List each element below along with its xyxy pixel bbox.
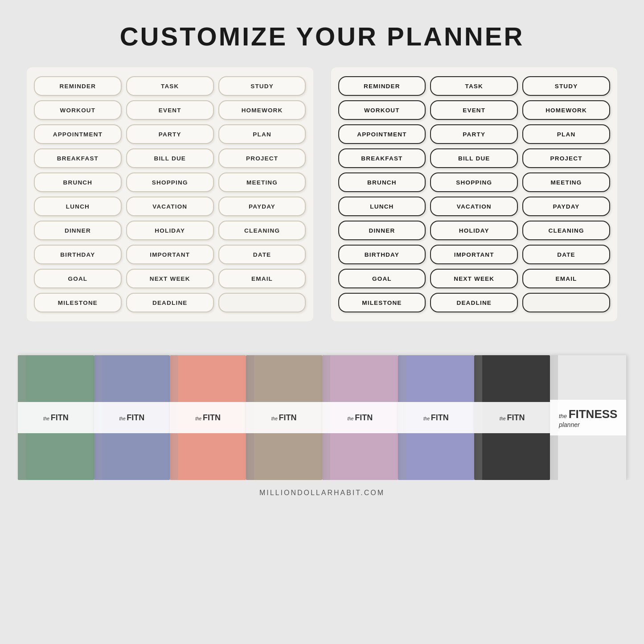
sticker-payday: PAYDAY xyxy=(522,197,610,216)
sticker-vacation: VACATION xyxy=(430,197,518,216)
sticker-holiday: HOLIDAY xyxy=(126,221,214,240)
sticker-lunch: LUNCH xyxy=(34,197,122,216)
sticker-date: DATE xyxy=(218,245,306,264)
sticker-party: PARTY xyxy=(126,124,214,144)
planner-label: the FITN xyxy=(43,413,69,422)
sticker-project: PROJECT xyxy=(218,148,306,168)
sticker-important: IMPORTANT xyxy=(126,245,214,264)
sticker-email: EMAIL xyxy=(522,269,610,288)
planner-book-taupe: the FITN xyxy=(246,355,322,480)
planner-band: the FITNESSplanner xyxy=(550,400,626,435)
sticker-lunch: LUNCH xyxy=(338,197,426,216)
sticker-event: EVENT xyxy=(126,100,214,120)
sticker-reminder: REMINDER xyxy=(34,76,122,96)
sticker-vacation: VACATION xyxy=(126,197,214,216)
sticker-party: PARTY xyxy=(430,124,518,144)
planner-book-green: the FITN xyxy=(18,355,94,480)
sticker-homework: HOMEWORK xyxy=(522,100,610,120)
planner-book-mauve: the FITN xyxy=(322,355,398,480)
planner-band: the FITN xyxy=(94,402,170,433)
sticker-workout: WORKOUT xyxy=(34,100,122,120)
planners-section: the FITN the FITN the FITN the FITN xyxy=(0,337,644,480)
planner-band: the FITN xyxy=(246,402,322,433)
sticker-shopping: SHOPPING xyxy=(430,172,518,192)
left-sticker-group: REMINDERTASKSTUDYWORKOUTEVENTHOMEWORKAPP… xyxy=(27,67,313,321)
sticker-empty-29 xyxy=(218,293,306,312)
sticker-important: IMPORTANT xyxy=(430,245,518,264)
planner-label: the FITN xyxy=(423,413,449,422)
sticker-deadline: DEADLINE xyxy=(430,293,518,312)
planner-book-charcoal: the FITN xyxy=(474,355,550,480)
planner-book-lavender: the FITN xyxy=(94,355,170,480)
sticker-breakfast: BREAKFAST xyxy=(338,148,426,168)
sticker-event: EVENT xyxy=(430,100,518,120)
sticker-plan: PLAN xyxy=(218,124,306,144)
planner-band: the FITN xyxy=(474,402,550,433)
planner-label: the FITNESSplanner xyxy=(559,407,617,428)
sticker-project: PROJECT xyxy=(522,148,610,168)
sticker-plan: PLAN xyxy=(522,124,610,144)
sticker-appointment: APPOINTMENT xyxy=(34,124,122,144)
sticker-appointment: APPOINTMENT xyxy=(338,124,426,144)
sticker-brunch: BRUNCH xyxy=(338,172,426,192)
planners-row: the FITN the FITN the FITN the FITN xyxy=(18,337,626,480)
sticker-next-week: NEXT WEEK xyxy=(430,269,518,288)
sticker-holiday: HOLIDAY xyxy=(430,221,518,240)
sticker-milestone: MILESTONE xyxy=(34,293,122,312)
sticker-bill-due: BILL DUE xyxy=(430,148,518,168)
sticker-date: DATE xyxy=(522,245,610,264)
sticker-meeting: MEETING xyxy=(522,172,610,192)
sticker-deadline: DEADLINE xyxy=(126,293,214,312)
sticker-cleaning: CLEANING xyxy=(218,221,306,240)
sticker-homework: HOMEWORK xyxy=(218,100,306,120)
sticker-workout: WORKOUT xyxy=(338,100,426,120)
sticker-birthday: BIRTHDAY xyxy=(34,245,122,264)
sticker-dinner: DINNER xyxy=(338,221,426,240)
planner-label: the FITN xyxy=(119,413,145,422)
sticker-email: EMAIL xyxy=(218,269,306,288)
sticker-reminder: REMINDER xyxy=(338,76,426,96)
planner-label: the FITN xyxy=(347,413,373,422)
sticker-next-week: NEXT WEEK xyxy=(126,269,214,288)
planner-label: the FITN xyxy=(195,413,221,422)
sticker-goal: GOAL xyxy=(34,269,122,288)
sticker-task: TASK xyxy=(430,76,518,96)
sticker-dinner: DINNER xyxy=(34,221,122,240)
sticker-study: STUDY xyxy=(522,76,610,96)
sticker-task: TASK xyxy=(126,76,214,96)
sticker-bill-due: BILL DUE xyxy=(126,148,214,168)
sticker-cleaning: CLEANING xyxy=(522,221,610,240)
planner-band: the FITN xyxy=(18,402,94,433)
planner-band: the FITN xyxy=(322,402,398,433)
planner-book-dark-lavender: the FITN xyxy=(398,355,474,480)
sticker-meeting: MEETING xyxy=(218,172,306,192)
page-title: CUSTOMIZE YOUR PLANNER xyxy=(120,21,525,51)
sticker-brunch: BRUNCH xyxy=(34,172,122,192)
planner-band: the FITN xyxy=(170,402,246,433)
right-sticker-group: REMINDERTASKSTUDYWORKOUTEVENTHOMEWORKAPP… xyxy=(331,67,618,321)
planner-book-white: the FITNESSplanner xyxy=(550,355,626,480)
website-footer: MILLIONDOLLARHABIT.COM xyxy=(259,489,385,497)
sticker-payday: PAYDAY xyxy=(218,197,306,216)
sticker-empty-29 xyxy=(522,293,610,312)
sticker-birthday: BIRTHDAY xyxy=(338,245,426,264)
planner-band: the FITN xyxy=(398,402,474,433)
sticker-study: STUDY xyxy=(218,76,306,96)
planner-label: the FITN xyxy=(271,413,297,422)
sticker-milestone: MILESTONE xyxy=(338,293,426,312)
sticker-breakfast: BREAKFAST xyxy=(34,148,122,168)
sticker-goal: GOAL xyxy=(338,269,426,288)
planner-book-pink: the FITN xyxy=(170,355,246,480)
planner-label: the FITN xyxy=(500,413,525,422)
stickers-section: REMINDERTASKSTUDYWORKOUTEVENTHOMEWORKAPP… xyxy=(0,67,644,321)
sticker-shopping: SHOPPING xyxy=(126,172,214,192)
